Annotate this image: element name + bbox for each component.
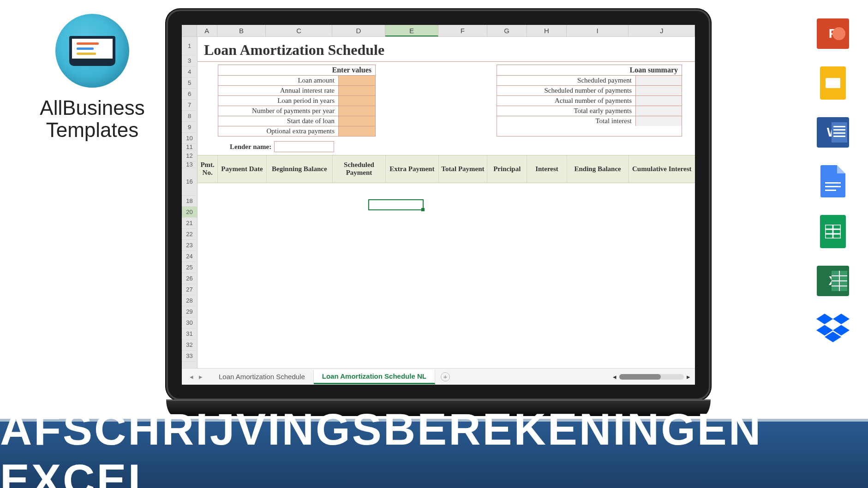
- loan-period-input[interactable]: [338, 96, 375, 106]
- lender-name-input[interactable]: [274, 141, 334, 152]
- row-num[interactable]: 13: [182, 161, 197, 168]
- row-num[interactable]: 21: [182, 218, 197, 229]
- footer-title: AFSCHRIJVINGSBEREKENINGEN EXCEL: [0, 404, 868, 488]
- enter-values-box: Enter values Loan amount Annual interest…: [218, 65, 376, 137]
- excel-app: A B C D E F G H I J 1 3 4 5 6 7 8 9: [182, 25, 695, 385]
- lender-label: Lender name:: [230, 143, 271, 151]
- row-num[interactable]: 12: [182, 150, 197, 161]
- col-D[interactable]: D: [332, 25, 385, 36]
- word-icon[interactable]: W: [817, 117, 849, 148]
- row-num[interactable]: 5: [182, 77, 197, 89]
- svg-marker-16: [833, 314, 850, 324]
- row-num[interactable]: 11: [182, 144, 197, 150]
- google-docs-icon[interactable]: [820, 165, 845, 197]
- scheduled-payment-cell: [635, 76, 682, 85]
- tab-nav-first-icon[interactable]: ◂: [187, 373, 196, 381]
- row-num[interactable]: 31: [182, 328, 197, 339]
- col-J[interactable]: J: [629, 25, 695, 36]
- footer-banner: AFSCHRIJVINGSBEREKENINGEN EXCEL: [0, 419, 868, 488]
- dropbox-icon[interactable]: [816, 314, 850, 344]
- actual-num-payments-cell: [635, 96, 682, 106]
- row-num[interactable]: 25: [182, 262, 197, 273]
- row-num[interactable]: 10: [182, 133, 197, 144]
- svg-marker-15: [816, 314, 833, 324]
- svg-rect-3: [833, 129, 845, 131]
- excel-icon[interactable]: X: [817, 266, 849, 296]
- svg-rect-2: [833, 126, 845, 127]
- schedule-header-row: Pmt. No. Payment Date Beginning Balance …: [198, 155, 695, 183]
- loan-summary-header: Loan summary: [497, 65, 682, 75]
- add-sheet-button[interactable]: +: [441, 372, 450, 381]
- col-E[interactable]: E: [385, 25, 438, 36]
- enter-values-header: Enter values: [218, 65, 375, 75]
- payments-per-year-input[interactable]: [338, 106, 375, 116]
- hscroll-track[interactable]: [619, 374, 684, 380]
- selected-cell[interactable]: [368, 199, 424, 210]
- app-icons-column: P W X: [816, 18, 850, 344]
- hscroll-right-icon[interactable]: ▸: [687, 373, 690, 381]
- row-num[interactable]: 28: [182, 295, 197, 306]
- hscroll-thumb[interactable]: [619, 374, 661, 380]
- row-num[interactable]: 23: [182, 240, 197, 251]
- tab-nav-prev-icon[interactable]: ▸: [197, 373, 205, 381]
- hscroll-left-icon[interactable]: ◂: [613, 373, 617, 381]
- row-num[interactable]: 29: [182, 306, 197, 317]
- laptop-mockup: A B C D E F G H I J 1 3 4 5 6 7 8 9: [166, 9, 711, 416]
- interest-rate-input[interactable]: [338, 86, 375, 95]
- tab-loan-amortization[interactable]: Loan Amortization Schedule: [210, 370, 314, 383]
- total-interest-cell: [635, 116, 682, 126]
- sheet-content[interactable]: Loan Amortization Schedule Enter values …: [198, 37, 695, 368]
- row-num[interactable]: 20: [182, 207, 197, 218]
- row-num[interactable]: 7: [182, 100, 197, 111]
- svg-point-0: [832, 27, 845, 40]
- col-G[interactable]: G: [487, 25, 527, 36]
- svg-rect-5: [833, 136, 845, 137]
- google-slides-icon[interactable]: [820, 66, 846, 100]
- powerpoint-icon[interactable]: P: [817, 18, 849, 49]
- logo-badge: [55, 14, 129, 88]
- total-early-payments-cell: [635, 106, 682, 116]
- extra-payments-input[interactable]: [338, 126, 375, 136]
- row-num[interactable]: 30: [182, 317, 197, 328]
- logo-text-line2: Templates: [37, 119, 148, 141]
- row-number-gutter: 1 3 4 5 6 7 8 9 10 11 12 13 16 18 20 21 …: [182, 37, 198, 368]
- row-num[interactable]: 9: [182, 122, 197, 133]
- col-I[interactable]: I: [567, 25, 629, 36]
- row-num[interactable]: 16: [182, 168, 197, 196]
- row-num[interactable]: 3: [182, 55, 197, 66]
- sheet-tabs-bar: ◂ ▸ Loan Amortization Schedule Loan Amor…: [182, 368, 695, 385]
- col-B[interactable]: B: [217, 25, 266, 36]
- start-date-input[interactable]: [338, 116, 375, 126]
- google-sheets-icon[interactable]: [820, 215, 846, 248]
- row-num[interactable]: 33: [182, 351, 197, 362]
- col-A[interactable]: A: [197, 25, 217, 36]
- column-header-row: A B C D E F G H I J: [182, 25, 695, 37]
- row-num[interactable]: 8: [182, 111, 197, 122]
- loan-summary-box: Loan summary Scheduled payment Scheduled…: [497, 65, 682, 137]
- sheet-title: Loan Amortization Schedule: [198, 37, 695, 62]
- row-num[interactable]: 26: [182, 273, 197, 284]
- scheduled-num-payments-cell: [635, 86, 682, 95]
- row-num[interactable]: 27: [182, 284, 197, 295]
- row-num[interactable]: 32: [182, 339, 197, 351]
- row-num[interactable]: 1: [182, 37, 197, 55]
- loan-amount-input[interactable]: [338, 76, 375, 85]
- row-num[interactable]: 6: [182, 89, 197, 100]
- row-num[interactable]: 18: [182, 196, 197, 207]
- row-num[interactable]: 4: [182, 66, 197, 77]
- svg-rect-4: [833, 132, 845, 134]
- tab-loan-amortization-nl[interactable]: Loan Amortization Schedule NL: [314, 369, 435, 384]
- row-num[interactable]: 24: [182, 251, 197, 262]
- col-F[interactable]: F: [438, 25, 487, 36]
- brand-logo: AllBusiness Templates: [37, 14, 148, 142]
- col-H[interactable]: H: [527, 25, 567, 36]
- col-C[interactable]: C: [266, 25, 332, 36]
- logo-text-line1: AllBusiness: [37, 97, 148, 119]
- row-num[interactable]: 22: [182, 229, 197, 240]
